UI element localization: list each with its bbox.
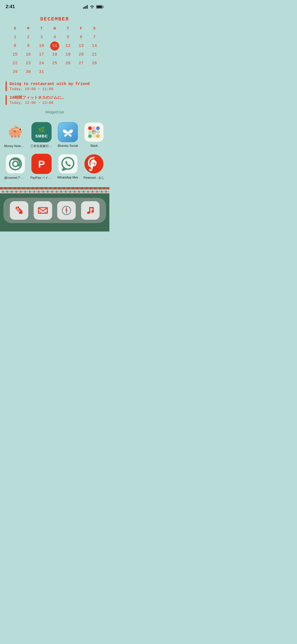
svg-rect-85 bbox=[56, 187, 58, 189]
svg-rect-81 bbox=[38, 187, 40, 189]
cal-day-30: 30 bbox=[22, 68, 35, 76]
svg-rect-90 bbox=[79, 187, 81, 189]
svg-rect-7 bbox=[9, 130, 11, 132]
svg-rect-48 bbox=[0, 187, 2, 189]
app-label-smbc: 三井住友銀行アフ bbox=[30, 144, 53, 148]
weekday-w: W bbox=[48, 25, 61, 33]
svg-rect-8 bbox=[11, 128, 14, 130]
svg-rect-150 bbox=[19, 208, 20, 209]
svg-point-114 bbox=[78, 191, 80, 193]
wifi-icon bbox=[90, 5, 95, 9]
svg-rect-58 bbox=[45, 187, 47, 189]
svg-rect-147 bbox=[17, 207, 18, 208]
svg-rect-156 bbox=[19, 213, 20, 214]
svg-rect-154 bbox=[21, 213, 22, 214]
svg-rect-29 bbox=[96, 130, 100, 134]
dock bbox=[3, 198, 106, 223]
svg-point-105 bbox=[38, 191, 40, 193]
svg-rect-66 bbox=[81, 187, 83, 189]
svg-rect-67 bbox=[85, 187, 88, 189]
pixel-decoration-border bbox=[0, 185, 109, 193]
svg-rect-63 bbox=[67, 187, 70, 189]
dock-app-music[interactable] bbox=[81, 201, 100, 220]
svg-rect-159 bbox=[21, 210, 22, 212]
svg-rect-26 bbox=[88, 127, 92, 130]
cal-day-4: 4 bbox=[48, 33, 61, 42]
bluesky-icon-svg bbox=[58, 123, 77, 142]
app-label-cosme: @cosme(アット bbox=[4, 176, 27, 180]
app-icon-cosme bbox=[5, 154, 26, 174]
svg-point-144 bbox=[107, 191, 109, 192]
cal-day-21: 21 bbox=[88, 50, 101, 59]
svg-point-115 bbox=[82, 191, 85, 193]
music-icon bbox=[85, 205, 96, 216]
svg-rect-76 bbox=[16, 187, 18, 189]
cal-day-28: 28 bbox=[88, 59, 101, 68]
weekday-t2: T bbox=[61, 25, 75, 33]
app-pinterest[interactable]: Pinterest - おし bbox=[81, 151, 107, 183]
pinterest-icon-svg bbox=[84, 154, 103, 173]
dock-app-phone[interactable] bbox=[10, 201, 28, 220]
app-label-paypay: PayPay-ペイペイ bbox=[30, 176, 53, 180]
svg-rect-54 bbox=[27, 187, 29, 189]
cal-day-15: 15 bbox=[8, 50, 22, 59]
cal-day-13: 13 bbox=[75, 42, 88, 50]
svg-point-120 bbox=[105, 191, 107, 193]
svg-point-118 bbox=[96, 191, 98, 193]
svg-rect-86 bbox=[61, 187, 63, 189]
svg-point-136 bbox=[72, 191, 73, 192]
svg-rect-80 bbox=[34, 187, 36, 189]
svg-point-103 bbox=[29, 191, 31, 193]
app-icon-slack bbox=[84, 122, 104, 142]
svg-point-131 bbox=[49, 191, 51, 192]
svg-point-126 bbox=[27, 191, 28, 192]
svg-rect-96 bbox=[105, 187, 108, 189]
cal-day-20: 20 bbox=[75, 50, 88, 59]
svg-rect-3 bbox=[87, 5, 88, 9]
event-bar-1 bbox=[6, 81, 7, 91]
svg-rect-83 bbox=[47, 187, 49, 189]
cal-day-31: 31 bbox=[35, 68, 48, 76]
svg-rect-22 bbox=[14, 130, 15, 133]
dock-app-mail[interactable] bbox=[34, 201, 52, 220]
dock-app-safari[interactable] bbox=[57, 201, 76, 220]
safari-icon bbox=[61, 205, 72, 216]
svg-point-138 bbox=[80, 191, 82, 192]
svg-rect-69 bbox=[94, 187, 96, 189]
app-slack[interactable]: Slack bbox=[81, 119, 107, 151]
cal-day-3: 3 bbox=[35, 33, 48, 42]
svg-point-99 bbox=[11, 191, 13, 193]
svg-point-133 bbox=[58, 191, 60, 192]
svg-rect-27 bbox=[92, 127, 96, 130]
app-icon-bluesky bbox=[58, 122, 78, 142]
cal-day-29: 29 bbox=[8, 68, 22, 76]
app-money-note[interactable]: Money Note家計 bbox=[2, 119, 29, 151]
status-bar: 2:41 bbox=[0, 0, 109, 11]
cal-day-27: 27 bbox=[75, 59, 88, 68]
svg-text:P: P bbox=[38, 159, 45, 170]
cal-empty-4: - bbox=[88, 68, 101, 76]
app-cosme[interactable]: @cosme(アット bbox=[2, 151, 29, 183]
svg-rect-33 bbox=[88, 131, 92, 134]
svg-rect-163 bbox=[18, 210, 19, 212]
svg-rect-153 bbox=[20, 212, 21, 213]
svg-rect-72 bbox=[108, 187, 109, 189]
app-smbc[interactable]: 🌿 SMBC 三井住友銀行アフ bbox=[29, 119, 55, 151]
app-paypay[interactable]: P PayPay-ペイペイ bbox=[29, 151, 55, 183]
cal-day-23: 23 bbox=[22, 59, 35, 68]
app-bluesky[interactable]: Bluesky Social bbox=[55, 119, 81, 151]
svg-rect-78 bbox=[25, 187, 27, 189]
svg-point-132 bbox=[54, 191, 55, 192]
app-whatsapp[interactable]: WhatsApp Mes bbox=[55, 151, 81, 183]
app-label-pinterest: Pinterest - おし bbox=[84, 176, 105, 180]
svg-point-36 bbox=[94, 130, 96, 132]
cal-day-18: 18 bbox=[48, 50, 61, 59]
pixel-border-svg bbox=[0, 185, 109, 193]
svg-point-125 bbox=[22, 191, 24, 192]
signal-icon bbox=[83, 5, 88, 9]
event-1-time: Today, 10:00 ~ 11:00 bbox=[10, 87, 90, 91]
svg-rect-57 bbox=[40, 187, 43, 189]
weekday-f: F bbox=[75, 25, 88, 33]
svg-point-123 bbox=[13, 191, 15, 192]
cal-day-8: 8 bbox=[8, 42, 22, 50]
